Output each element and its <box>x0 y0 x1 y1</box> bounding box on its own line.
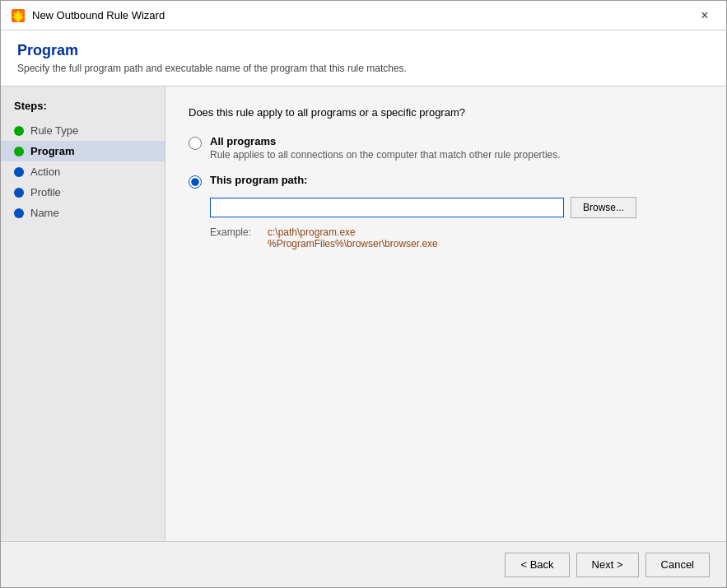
all-programs-description: Rule applies to all connections on the c… <box>210 149 561 161</box>
example-value-1: c:\path\program.exe <box>268 226 438 238</box>
question-text: Does this rule apply to all programs or … <box>189 106 703 119</box>
example-values: c:\path\program.exe %ProgramFiles%\brows… <box>268 226 438 250</box>
footer: < Back Next > Cancel <box>1 541 726 587</box>
example-value-2: %ProgramFiles%\browser\browser.exe <box>268 238 438 250</box>
all-programs-radio[interactable] <box>189 137 202 150</box>
sidebar-label-action: Action <box>30 166 60 178</box>
this-program-option: This program path: <box>189 174 703 189</box>
program-path-input[interactable] <box>210 198 564 217</box>
content-area: Steps: Rule Type Program Action Profile … <box>1 86 726 541</box>
sidebar-item-profile[interactable]: Profile <box>1 182 165 203</box>
sidebar-label-rule-type: Rule Type <box>30 124 78 137</box>
step-dot-action <box>14 167 24 177</box>
example-label: Example: <box>210 226 259 238</box>
this-program-radio[interactable] <box>189 175 202 189</box>
page-title: Program <box>17 42 710 59</box>
next-button[interactable]: Next > <box>576 553 639 577</box>
program-path-row: Browse... <box>210 197 703 218</box>
sidebar-item-program[interactable]: Program <box>1 141 165 161</box>
step-dot-name <box>14 208 24 218</box>
sidebar-label-profile: Profile <box>30 186 61 198</box>
title-bar: New Outbound Rule Wizard × <box>1 1 726 30</box>
this-program-label[interactable]: This program path: <box>210 174 307 186</box>
sidebar: Steps: Rule Type Program Action Profile … <box>1 86 165 541</box>
close-button[interactable]: × <box>693 4 716 27</box>
step-dot-rule-type <box>14 126 24 136</box>
back-button[interactable]: < Back <box>505 553 569 577</box>
step-dot-profile <box>14 188 24 198</box>
sidebar-item-name[interactable]: Name <box>1 203 165 223</box>
sidebar-item-rule-type[interactable]: Rule Type <box>1 120 165 141</box>
wizard-window: New Outbound Rule Wizard × Program Speci… <box>0 0 727 588</box>
page-subtitle: Specify the full program path and execut… <box>17 63 710 74</box>
app-icon <box>11 8 26 23</box>
all-programs-labels: All programs Rule applies to all connect… <box>210 135 561 161</box>
sidebar-item-action[interactable]: Action <box>1 161 165 182</box>
sidebar-label-name: Name <box>30 207 59 219</box>
browse-button[interactable]: Browse... <box>571 197 636 218</box>
cancel-button[interactable]: Cancel <box>645 553 710 577</box>
steps-label: Steps: <box>1 100 165 120</box>
all-programs-label[interactable]: All programs <box>210 135 561 147</box>
main-panel: Does this rule apply to all programs or … <box>165 86 726 541</box>
radio-group: All programs Rule applies to all connect… <box>189 135 703 189</box>
all-programs-option: All programs Rule applies to all connect… <box>189 135 703 161</box>
step-dot-program <box>14 147 24 156</box>
title-bar-left: New Outbound Rule Wizard <box>11 8 165 23</box>
header-section: Program Specify the full program path an… <box>1 30 726 86</box>
example-row: Example: c:\path\program.exe %ProgramFil… <box>210 226 703 250</box>
window-title: New Outbound Rule Wizard <box>32 9 165 21</box>
sidebar-label-program: Program <box>30 145 74 157</box>
